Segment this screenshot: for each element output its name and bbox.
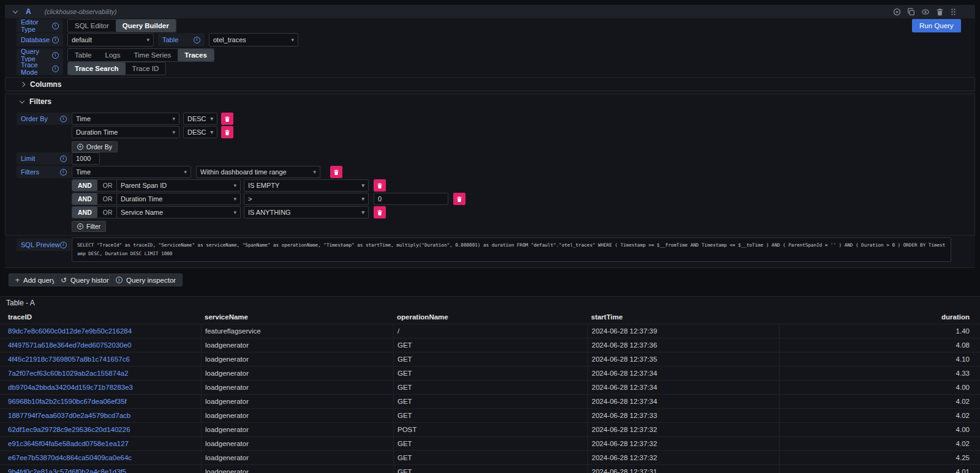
add-orderby-button[interactable]: + Order By <box>72 141 118 152</box>
column-header-traceid[interactable]: traceID <box>0 310 201 324</box>
info-icon[interactable]: i <box>52 65 59 72</box>
table-row: 96968b10fa2b2c1590bc67dea06ef35f loadgen… <box>0 395 980 409</box>
traceid-cell[interactable]: 89dc7e8c6060c0d12de7e9b50c216284 <box>0 324 201 338</box>
collapse-chevron-icon[interactable] <box>13 8 18 13</box>
limit-input[interactable] <box>72 152 100 165</box>
field-label-sql-preview: SQL Preview i <box>17 239 71 251</box>
filter-time-operator-select[interactable]: Within dashboard time range ▾ <box>196 166 320 178</box>
filter-field-value: Duration Time <box>121 195 231 203</box>
trash-icon <box>224 116 230 122</box>
trace-mode-option-trace-id[interactable]: Trace ID <box>126 62 166 75</box>
operationname-cell: GET <box>393 338 587 352</box>
traceid-cell[interactable]: e67ee7b53870d4c864ca50409ca0e64c <box>0 451 201 464</box>
table-select[interactable]: otel_traces ▾ <box>209 33 298 47</box>
query-type-option-time-series[interactable]: Time Series <box>127 49 178 61</box>
join-and-button[interactable]: AND <box>72 180 97 191</box>
query-type-option-logs[interactable]: Logs <box>99 49 127 61</box>
join-or-button[interactable]: OR <box>97 207 118 218</box>
editor-type-option-sql-editor[interactable]: SQL Editor <box>68 20 116 32</box>
column-header-starttime[interactable]: startTime <box>587 310 779 324</box>
query-inspector-button[interactable]: i Query inspector <box>109 274 183 286</box>
filter-operator-select[interactable]: IS ANYTHING ▾ <box>244 206 369 218</box>
filter-field-value: Time <box>76 168 181 176</box>
editor-type-option-query-builder[interactable]: Query Builder <box>116 20 176 32</box>
traceid-cell[interactable]: 1887794f7eaa6037d0e2a4579bcd7acb <box>0 409 201 422</box>
join-or-button[interactable]: OR <box>97 193 118 204</box>
column-header-operationname[interactable]: operationName <box>393 310 587 324</box>
filter-time-field-select[interactable]: Time ▾ <box>72 166 191 178</box>
info-icon[interactable]: i <box>194 37 200 43</box>
starttime-cell: 2024-06-28 12:37:39 <box>587 324 779 338</box>
plus-circle-icon: + <box>77 144 83 150</box>
query-type-option-table[interactable]: Table <box>68 49 99 61</box>
info-icon[interactable]: i <box>60 155 67 162</box>
remove-filter-button[interactable] <box>330 166 342 178</box>
remove-orderby-button[interactable] <box>221 113 233 125</box>
filters-section-header[interactable]: Filters <box>20 97 51 106</box>
remove-orderby-button[interactable] <box>221 126 233 138</box>
chevron-down-icon: ▾ <box>361 209 364 215</box>
info-icon[interactable]: i <box>52 37 59 43</box>
join-operator-group: AND OR <box>72 179 119 192</box>
remove-filter-button[interactable] <box>374 179 386 192</box>
chevron-down-icon: ▾ <box>172 116 175 122</box>
orderby-field-value: Duration Time <box>76 128 170 136</box>
info-icon[interactable]: i <box>60 169 67 176</box>
chevron-down-icon: ▾ <box>361 196 364 202</box>
traceid-cell[interactable]: db9704a2bbda34204d159c71b78283e3 <box>0 381 201 394</box>
chevron-down-icon: ▾ <box>313 169 316 175</box>
traceid-cell[interactable]: 4f497571a618e364ed7ded60752030e0 <box>0 338 201 352</box>
run-query-button[interactable]: Run Query <box>912 19 961 32</box>
copy-icon[interactable] <box>907 8 915 16</box>
orderby-direction-select-1[interactable]: DESC ▾ <box>183 113 217 125</box>
add-filter-button[interactable]: + Filter <box>72 221 106 232</box>
orderby-field-select-1[interactable]: Time ▾ <box>72 113 179 125</box>
info-icon[interactable]: i <box>52 52 59 59</box>
column-header-duration[interactable]: duration <box>779 310 980 324</box>
traceid-cell[interactable]: 62df1ec9a29728c9e29536c20d140226 <box>0 423 201 436</box>
datasource-name: (clickhouse-observability) <box>45 8 117 15</box>
remove-filter-button[interactable] <box>453 193 466 205</box>
join-or-button[interactable]: OR <box>97 180 118 191</box>
join-and-button[interactable]: AND <box>72 207 97 218</box>
drag-handle-icon[interactable] <box>950 8 957 16</box>
database-select[interactable]: default ▾ <box>67 33 154 47</box>
trash-icon[interactable] <box>936 8 944 16</box>
trace-mode-option-trace-search[interactable]: Trace Search <box>68 62 126 75</box>
filter-operator-select[interactable]: IS EMPTY ▾ <box>244 179 369 192</box>
column-header-servicename[interactable]: serviceName <box>201 310 393 324</box>
table-row: e67ee7b53870d4c864ca50409ca0e64c loadgen… <box>0 451 980 465</box>
filter-operator-value: > <box>248 195 359 203</box>
traceid-cell[interactable]: 9b4fd0c2e81a3c57d6f0b2a4c8e1d3f5 <box>0 465 201 473</box>
remove-filter-button[interactable] <box>374 206 386 218</box>
filter-field-select[interactable]: Service Name ▾ <box>116 206 241 218</box>
field-label-editor-type: Editor Type i <box>17 19 63 32</box>
filter-operator-select[interactable]: > ▾ <box>244 193 369 205</box>
table-row: 62df1ec9a29728c9e29536c20d140226 loadgen… <box>0 423 980 437</box>
table-row: 89dc7e8c6060c0d12de7e9b50c216284 feature… <box>0 324 980 338</box>
filter-operator-value: IS ANYTHING <box>248 209 359 216</box>
query-ref-id[interactable]: A <box>26 7 31 16</box>
query-type-group: Table Logs Time Series Traces <box>67 48 214 62</box>
info-icon[interactable]: i <box>52 23 59 29</box>
query-type-option-traces[interactable]: Traces <box>178 49 213 61</box>
traceid-cell[interactable]: e91c3645f04fa5e58adcd0758e1ea127 <box>0 437 201 450</box>
columns-section-header[interactable]: Columns <box>6 78 974 91</box>
orderby-direction-select-2[interactable]: DESC ▾ <box>183 126 217 138</box>
join-and-button[interactable]: AND <box>72 193 97 204</box>
servicename-cell: loadgenerator <box>201 381 393 394</box>
filter-field-select[interactable]: Parent Span ID ▾ <box>116 179 241 192</box>
traceid-cell[interactable]: 96968b10fa2b2c1590bc67dea06ef35f <box>0 395 201 408</box>
eye-icon[interactable] <box>921 8 930 16</box>
info-icon[interactable]: i <box>60 116 67 122</box>
info-circle-icon[interactable] <box>893 8 901 16</box>
info-icon[interactable]: i <box>60 242 67 248</box>
operationname-cell: / <box>393 324 587 338</box>
chevron-down-icon: ▾ <box>361 182 364 188</box>
filter-field-select[interactable]: Duration Time ▾ <box>116 193 241 205</box>
traceid-cell[interactable]: 7a2f07ecf63c60b1029ab2ac155874a2 <box>0 367 201 380</box>
filter-value-input[interactable] <box>374 193 448 205</box>
trace-mode-group: Trace Search Trace ID <box>67 62 166 75</box>
traceid-cell[interactable]: 4f45c21918c73698057a8b1c741657c6 <box>0 352 201 366</box>
orderby-field-select-2[interactable]: Duration Time ▾ <box>72 126 179 138</box>
